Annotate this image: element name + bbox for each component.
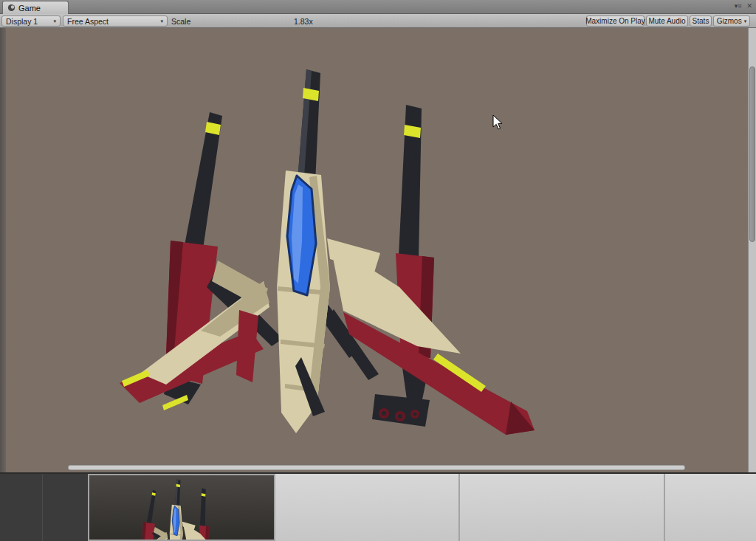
scale-label: Scale [171,17,190,26]
asset-preview-tile[interactable] [88,474,275,541]
aspect-ratio-dropdown[interactable]: Free Aspect ▾ [63,15,168,27]
window-edge [0,28,6,472]
chevron-down-icon: ▾ [744,18,747,24]
tab-menu-icon[interactable]: ▾≡ [735,1,742,11]
tab-close-icon[interactable]: ✕ [746,1,752,11]
column-divider [664,474,665,541]
asset-preview-thumbnail [123,477,241,541]
bottom-panel [0,472,756,541]
unity-game-icon [7,4,16,12]
side-panel-divider [42,474,43,541]
mute-audio-label: Mute Audio [648,17,685,25]
mouse-cursor-icon [492,114,504,130]
gizmos-dropdown[interactable]: Gizmos ▾ [713,15,750,27]
stats-button[interactable]: Stats [690,15,712,27]
display-dropdown[interactable]: Display 1 ▾ [1,15,61,27]
display-dropdown-label: Display 1 [6,17,38,26]
side-panel [0,474,88,541]
column-divider [458,474,460,541]
aspect-ratio-label: Free Aspect [67,17,109,26]
maximize-on-play-label: Maximize On Play [585,17,645,25]
scale-value: 1.83x [294,17,313,26]
spaceship-render [112,65,540,452]
game-tab[interactable]: Game [2,1,69,14]
horizontal-scrollbar-thumb[interactable] [68,465,685,470]
stats-label: Stats [693,17,709,25]
gizmos-label: Gizmos [717,17,742,25]
tab-bar: Game ▾≡ ✕ [0,0,756,14]
game-view-toolbar: Display 1 ▾ Free Aspect ▾ Scale 1.83x Ma… [0,14,756,28]
vertical-scrollbar[interactable] [748,28,756,472]
game-tab-label: Game [18,4,41,13]
game-viewport[interactable] [0,28,756,472]
chevron-down-icon: ▾ [160,18,163,24]
mute-audio-button[interactable]: Mute Audio [646,15,688,27]
vertical-scrollbar-thumb[interactable] [749,66,755,242]
chevron-down-icon: ▾ [53,18,56,24]
maximize-on-play-button[interactable]: Maximize On Play [586,15,645,27]
